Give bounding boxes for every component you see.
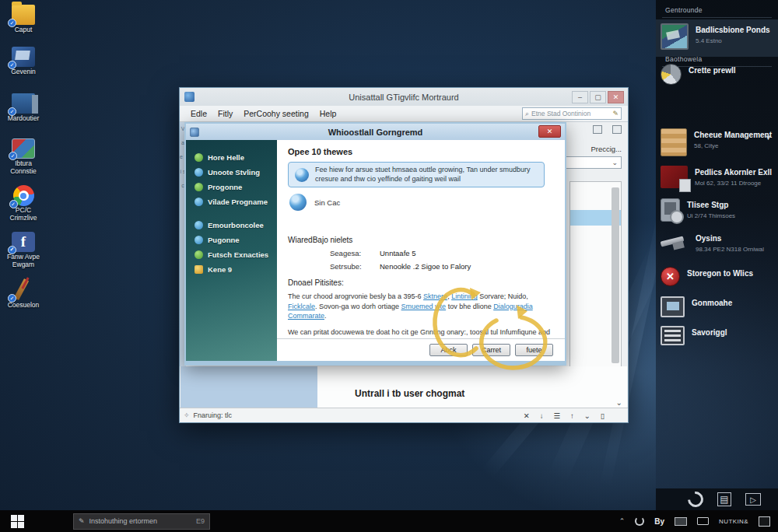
photos-tray-icon[interactable] <box>675 517 687 526</box>
link[interactable]: Smuemed wte <box>401 303 447 310</box>
bottom-content: Untrall i tb user chogmat ⌄ <box>317 366 627 408</box>
desktop-icon-label: Mardoutier <box>2 115 45 123</box>
close-button[interactable]: ✕ <box>608 91 624 103</box>
bullet-icon <box>194 236 203 244</box>
scroll-down-icon[interactable]: ⌄ <box>616 398 622 407</box>
sidebar-item-pedlics[interactable]: Pedlics Akornler Exll Mol 62, 33/2 11 Dt… <box>656 162 778 193</box>
web-item[interactable]: Sin Cac <box>289 194 554 211</box>
system-tray: ⌃ By NUTKIN& <box>619 516 778 527</box>
windows-logo-icon <box>11 515 24 528</box>
taskbar-search-input[interactable]: ✎ Instohuthing ertormen E9 <box>73 513 210 530</box>
sync-icon[interactable] <box>685 488 706 510</box>
bullet-icon <box>194 183 203 191</box>
arrow-down-icon[interactable]: ↓ <box>540 411 544 420</box>
paragraph: The cur chood arogrvonie besly ba a 395-… <box>288 292 554 320</box>
tray-clock[interactable]: NUTKIN& <box>719 518 748 525</box>
minimize-button[interactable]: – <box>572 91 588 103</box>
check-badge-icon: ✓ <box>8 107 16 116</box>
nav-item[interactable]: Unoote Stvling <box>186 165 277 180</box>
window-titlebar[interactable]: Unisattall GTigvlifc Mortraurd – ▢ ✕ <box>180 88 628 106</box>
dialog-button-bar: Abck Carret fuete <box>277 338 565 361</box>
uninstall-dialog: Whioostlall Gorngremd ✕ Hore Helle Unoot… <box>184 122 566 366</box>
list-icon[interactable]: ☰ <box>554 411 561 420</box>
desktop-icon-coesuelon[interactable]: ✓ Coesuelon <box>2 280 45 310</box>
sidebar-item-savoriggl[interactable]: Savoriggl <box>656 322 778 347</box>
start-button[interactable] <box>0 510 34 532</box>
sidebar-item-cheeue[interactable]: Cheeue Management 58, Citye ▼ <box>656 124 778 159</box>
monitor-icon <box>661 296 685 317</box>
window-search-input[interactable]: ⌕ Etne Stad Oontinion ✎ <box>522 107 622 120</box>
back-button[interactable]: Abck <box>429 344 468 356</box>
nav-item[interactable]: Emourboncolee <box>186 218 277 233</box>
link[interactable]: Lintining <box>451 292 478 300</box>
chevron-down-icon: ⌄ <box>612 159 618 166</box>
nav-item[interactable]: Pugonne <box>186 233 277 247</box>
update-icon[interactable] <box>635 516 644 526</box>
link[interactable]: Ficklcale <box>288 303 315 310</box>
nav-item[interactable]: Hore Helle <box>186 150 277 165</box>
desktop-icon-caput[interactable]: ✓ Caput <box>2 5 45 34</box>
menu-bar: Edle Fitly PerCoohy seeting Help ⌕ Etne … <box>180 106 628 122</box>
page-icon[interactable] <box>593 125 602 134</box>
desktop-icon-label: Ibtura Connstie <box>2 160 45 176</box>
menu-item-edit[interactable]: Edle <box>191 109 207 118</box>
dialog-heading: Opee 10 thewes <box>288 147 554 156</box>
sidebar-item-storegon[interactable]: ✕ Storegon to Wlics <box>656 263 778 288</box>
close-small-icon[interactable]: ✕ <box>524 411 530 420</box>
panel-dropdown[interactable]: ⌄ <box>566 156 622 169</box>
desktop-icon-chrome[interactable]: ✓ PC/C Crimzlive <box>2 185 45 222</box>
display-icon[interactable] <box>697 517 709 525</box>
sidebar-section-header: Gentrounde <box>665 6 769 14</box>
globe-icon <box>194 198 203 206</box>
sidebar-item-crette[interactable]: Crette prewll <box>656 60 778 86</box>
menu-item-file[interactable]: Fitly <box>218 109 233 118</box>
box-icon <box>194 265 203 274</box>
nav-item[interactable]: Progonne <box>186 180 277 194</box>
cancel-button[interactable]: Carret <box>472 344 510 356</box>
search-value: Etne Stad Oontinion <box>531 110 591 117</box>
chevron-down-icon[interactable]: ⌄ <box>584 411 591 420</box>
sidebar-item-oysins[interactable]: Oysins 98.34 PE2 N318 Orniwal <box>656 228 778 259</box>
maximize-button[interactable]: ▢ <box>590 91 606 103</box>
tray-text[interactable]: By <box>654 517 664 526</box>
desktop-icon-gevenin[interactable]: ✓ Gevenin <box>2 47 45 76</box>
bullet-icon <box>194 221 203 229</box>
next-button[interactable]: fuete <box>515 344 553 356</box>
info-text: Fee hiew for arsue stuet hmsaea outtle g… <box>315 166 538 184</box>
frame-icon[interactable]: ▯ <box>601 411 605 420</box>
taskbar: ✎ Instohuthing ertormen E9 ⌃ By NUTKIN& <box>0 510 778 532</box>
chevron-up-icon[interactable]: ⌃ <box>619 517 626 525</box>
nav-item[interactable]: Kene 9 <box>186 262 277 277</box>
sidebar-bottom-bar: ▤ ▷ <box>656 488 778 510</box>
folder-small-icon[interactable] <box>612 125 622 134</box>
sidebar-item-gonmoahe[interactable]: Gonmoahe <box>656 292 778 319</box>
chevron-down-icon[interactable]: ▼ <box>765 134 772 142</box>
sidebar-item-badlicsbione[interactable]: Badlicsbione Ponds 5.4 Estno <box>656 19 778 57</box>
menu-item-help[interactable]: Help <box>320 109 337 118</box>
menu-item-settings[interactable]: PerCoohy seeting <box>244 109 308 118</box>
check-badge-icon: ✓ <box>9 152 17 160</box>
notification-icon[interactable] <box>759 516 770 527</box>
check-badge-icon: ✓ <box>8 61 16 69</box>
link[interactable]: Sktnere <box>423 292 447 300</box>
right-panel: Preccig... ⌄ <box>566 125 622 169</box>
globe-icon <box>295 168 309 182</box>
desktop-icon-facebook[interactable]: f✓ Fanw Avpe Ewgam <box>2 232 45 269</box>
pen-icon: ✎ <box>612 110 619 117</box>
arrow-up-icon[interactable]: ↑ <box>570 411 574 420</box>
desktop-icon-ibtura[interactable]: ✓ Ibtura Connstie <box>2 138 45 176</box>
recycle-icon <box>661 166 688 188</box>
dialog-titlebar[interactable]: Whioostlall Gorngremd ✕ <box>186 124 565 140</box>
dialog-close-button[interactable]: ✕ <box>538 125 561 138</box>
photo-circle-icon <box>661 64 682 85</box>
desktop-icon-label: Fanw Avpe Ewgam <box>2 254 45 269</box>
panel-scrollbar[interactable] <box>612 187 619 363</box>
desktop-icon-label: Caput <box>2 26 45 34</box>
nav-item[interactable]: Vilade Progname <box>186 194 277 209</box>
desktop-icon-mardoutier[interactable]: ✓ Mardoutier <box>2 93 45 123</box>
sidebar-item-tlisee[interactable]: Tlisee Stgp Ui 2/74 Thimsoes <box>656 194 778 226</box>
nav-item[interactable]: Futsch Exnacties <box>186 247 277 262</box>
grid-icon[interactable]: ▤ <box>717 492 731 506</box>
play-icon[interactable]: ▷ <box>745 493 761 506</box>
check-badge-icon: ✓ <box>9 200 18 208</box>
